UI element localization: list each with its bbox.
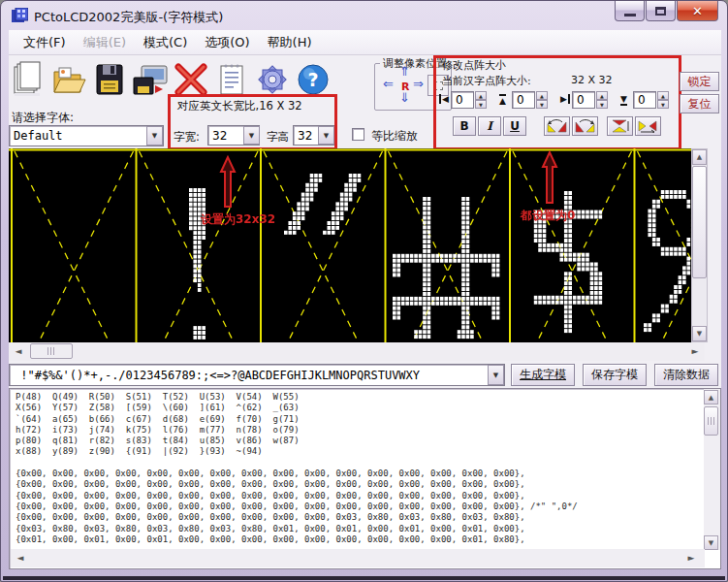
- current-matrix-label: 当前汉字点阵大小:: [442, 74, 531, 88]
- rotate-right-icon: [575, 119, 595, 133]
- move-down-icon[interactable]: ⇓: [399, 92, 410, 104]
- scroll-down-icon[interactable]: ▼: [692, 326, 707, 341]
- save-floppy-icon: [94, 63, 125, 96]
- lock-button[interactable]: 锁定: [680, 72, 719, 91]
- font-combo-arrow-icon[interactable]: ▼: [146, 126, 163, 146]
- trim-left-spinner[interactable]: ▲▼: [475, 91, 487, 109]
- minimize-button[interactable]: [615, 1, 645, 21]
- menu-options[interactable]: 选项(O): [196, 30, 258, 55]
- gear-icon: [255, 62, 290, 97]
- output-vscrollbar[interactable]: ▲ ▼: [704, 389, 720, 550]
- scale-checkbox[interactable]: [352, 128, 364, 141]
- flip-horizontal-button[interactable]: [635, 116, 661, 136]
- output-scroll-right-icon[interactable]: ►: [683, 550, 699, 566]
- charset-field[interactable]: !"#$%&'()*+,-./0123456789:;<=>?@ABCDEFGH…: [9, 364, 505, 386]
- app-window: PCtoLCD2002完美版-(字符模式) ✕ 文件(F) 编辑(E) 模式(C…: [0, 0, 728, 582]
- save-as-button[interactable]: [131, 59, 170, 100]
- menu-file[interactable]: 文件(F): [15, 30, 75, 55]
- font-data-output[interactable]: P(48) Q(49) R(50) S(51) T(52) U(53) V(54…: [9, 388, 721, 569]
- scroll-up-icon[interactable]: ▲: [692, 149, 707, 165]
- window-bottom-edge: [3, 576, 725, 580]
- rotate-right-button[interactable]: [572, 116, 598, 136]
- char-height-label: 字高: [267, 130, 289, 145]
- close-button[interactable]: ✕: [677, 1, 718, 21]
- flip-vertical-icon: [610, 119, 630, 133]
- move-left-icon[interactable]: ⇐: [383, 79, 394, 90]
- trim-bottom-spinner[interactable]: ▲▼: [657, 91, 669, 109]
- rotate-left-button[interactable]: [544, 116, 570, 136]
- output-scroll-left-icon[interactable]: ◄: [13, 550, 28, 566]
- save-font-button[interactable]: 保存字模: [583, 364, 647, 386]
- trim-right-field[interactable]: 0: [572, 91, 595, 109]
- flip-vertical-button[interactable]: [607, 116, 633, 136]
- maximize-button[interactable]: [646, 1, 676, 21]
- ratio-info-label: 对应英文长宽比,16 X 32: [177, 99, 302, 113]
- char-height-combo-arrow-icon[interactable]: ▼: [318, 126, 334, 145]
- menu-edit: 编辑(E): [75, 30, 135, 55]
- output-scroll-up-icon[interactable]: ▲: [704, 390, 718, 404]
- generate-font-button[interactable]: 生成字模: [511, 364, 575, 386]
- svg-text:?: ?: [307, 69, 318, 90]
- preview-hscrollbar[interactable]: ◄ ►: [9, 342, 705, 361]
- output-hscrollbar[interactable]: ◄ ►: [11, 549, 705, 567]
- trim-right-spinner[interactable]: ▲▼: [596, 91, 608, 109]
- new-file-icon: [12, 61, 45, 98]
- char-width-label: 字宽:: [174, 130, 200, 145]
- italic-button[interactable]: I: [478, 116, 501, 136]
- trim-bottom-icon: ▼: [620, 94, 627, 106]
- save-as-icon: [132, 62, 169, 97]
- output-vscroll-thumb[interactable]: [704, 406, 718, 436]
- scroll-left-icon[interactable]: ◄: [11, 343, 26, 359]
- rotate-left-icon: [547, 119, 567, 133]
- menu-bar: 文件(F) 编辑(E) 模式(C) 选项(O) 帮助(H): [9, 30, 721, 55]
- preview-vscrollbar[interactable]: ▲ ▼: [691, 148, 708, 342]
- modify-matrix-label: 修改点阵大小: [442, 58, 506, 73]
- trim-top-spinner[interactable]: ▲▼: [536, 91, 548, 109]
- notepad-icon: [217, 62, 246, 97]
- font-select-label: 请选择字体:: [12, 110, 74, 126]
- output-scroll-down-icon[interactable]: ▼: [704, 535, 718, 550]
- title-bar[interactable]: PCtoLCD2002完美版-(字符模式) ✕: [1, 1, 727, 30]
- trim-bottom-field[interactable]: 0: [633, 91, 656, 109]
- bold-button[interactable]: B: [453, 116, 476, 136]
- charset-combo-arrow-icon[interactable]: ▼: [488, 365, 504, 385]
- font-data-text: P(48) Q(49) R(50) S(51) T(52) U(53) V(54…: [16, 392, 578, 545]
- preview-hscroll-thumb[interactable]: [30, 343, 73, 359]
- underline-button[interactable]: U: [503, 116, 526, 136]
- trim-left-icon: ◀: [439, 94, 449, 104]
- minimize-icon: [624, 14, 636, 16]
- save-button[interactable]: [90, 59, 129, 100]
- scale-checkbox-label: 等比缩放: [371, 128, 418, 145]
- new-file-button[interactable]: [9, 59, 47, 100]
- flip-horizontal-icon: [638, 119, 658, 133]
- move-right-icon[interactable]: ⇒: [413, 79, 424, 90]
- menu-help[interactable]: 帮助(H): [259, 30, 321, 55]
- char-width-combo-arrow-icon[interactable]: ▼: [243, 126, 260, 145]
- trim-top-field[interactable]: 0: [512, 91, 535, 109]
- app-icon: [12, 8, 28, 24]
- menu-mode[interactable]: 模式(C): [135, 30, 196, 55]
- window-title: PCtoLCD2002完美版-(字符模式): [34, 9, 223, 26]
- help-icon: ?: [297, 63, 330, 96]
- current-matrix-value: 32 X 32: [571, 74, 613, 86]
- preview-vscroll-thumb[interactable]: [692, 166, 707, 278]
- trim-right-icon: ▶: [560, 94, 570, 104]
- open-folder-icon: [51, 62, 86, 97]
- font-select-combo[interactable]: Default: [9, 125, 164, 146]
- move-up-icon[interactable]: ⇑: [399, 66, 410, 78]
- open-file-button[interactable]: [49, 59, 88, 100]
- trim-left-field[interactable]: 0: [451, 91, 474, 109]
- maximize-icon: [655, 7, 666, 16]
- close-icon: ✕: [692, 4, 703, 18]
- char-preview-canvas[interactable]: [9, 148, 691, 342]
- trim-top-icon: ▲: [499, 94, 506, 106]
- scroll-right-icon[interactable]: ►: [687, 343, 703, 359]
- clear-data-button[interactable]: 清除数据: [654, 364, 718, 386]
- reset-button[interactable]: 复位: [680, 94, 719, 113]
- delete-x-icon: [174, 63, 208, 96]
- thumb-grip: [705, 407, 717, 435]
